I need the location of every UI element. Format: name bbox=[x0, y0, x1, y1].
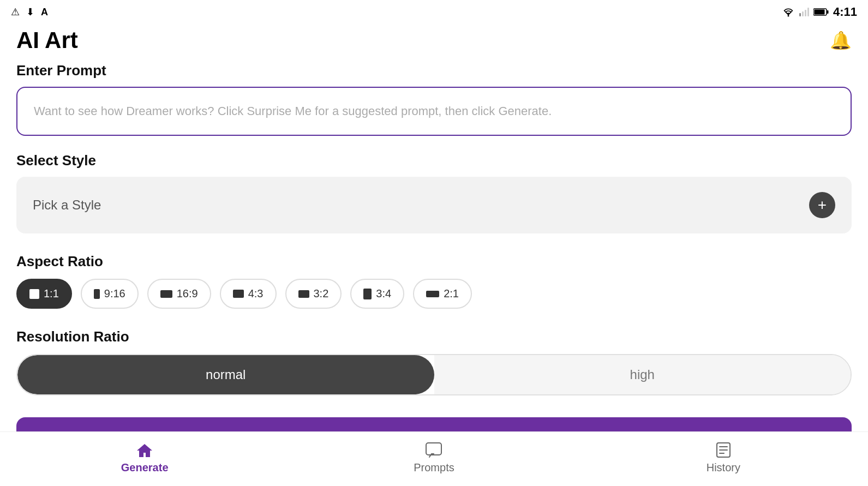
ratio-icon-1-1 bbox=[29, 289, 39, 299]
resolution-label: Resolution Ratio bbox=[16, 328, 852, 345]
signal-icon bbox=[799, 8, 809, 16]
svg-rect-13 bbox=[363, 289, 372, 299]
time-display: 4:11 bbox=[833, 5, 857, 19]
resolution-toggle: normal high bbox=[16, 354, 852, 395]
svg-rect-11 bbox=[233, 290, 244, 298]
ratio-icon-9-16 bbox=[94, 289, 100, 299]
style-label: Select Style bbox=[16, 152, 852, 169]
svg-rect-2 bbox=[802, 11, 804, 16]
prompt-label: Enter Prompt bbox=[16, 62, 852, 79]
nav-item-prompts[interactable]: Prompts bbox=[289, 442, 578, 474]
resolution-high-button[interactable]: high bbox=[434, 355, 851, 394]
ratio-btn-1-1[interactable]: 1:1 bbox=[16, 279, 72, 309]
battery-icon bbox=[813, 8, 829, 16]
nav-item-generate[interactable]: Generate bbox=[0, 442, 289, 474]
chat-icon bbox=[425, 442, 442, 458]
svg-rect-6 bbox=[814, 10, 824, 15]
app-header: AI Art 🔔 bbox=[0, 22, 868, 62]
app-title: AI Art bbox=[16, 27, 78, 53]
ratio-btn-9-16[interactable]: 9:16 bbox=[81, 279, 139, 309]
svg-rect-15 bbox=[426, 443, 441, 455]
prompt-input[interactable] bbox=[16, 87, 852, 136]
svg-rect-8 bbox=[29, 289, 39, 299]
resolution-normal-button[interactable]: normal bbox=[17, 355, 434, 394]
aspect-ratio-label: Aspect Ratio bbox=[16, 253, 852, 270]
ratio-icon-16-9 bbox=[160, 290, 172, 298]
svg-rect-9 bbox=[94, 289, 100, 299]
add-style-button[interactable]: + bbox=[809, 192, 835, 218]
style-picker[interactable]: Pick a Style + bbox=[16, 177, 852, 233]
notification-bell-icon[interactable]: 🔔 bbox=[830, 30, 852, 51]
svg-rect-1 bbox=[799, 13, 801, 16]
ratio-icon-4-3 bbox=[233, 290, 244, 298]
aspect-ratio-options: 1:1 9:16 16:9 4:3 3:2 3:4 bbox=[16, 279, 852, 309]
wifi-icon bbox=[782, 7, 795, 17]
nav-item-history[interactable]: History bbox=[579, 442, 868, 474]
ratio-btn-2-1[interactable]: 2:1 bbox=[413, 279, 472, 309]
status-bar-right: 4:11 bbox=[782, 5, 857, 19]
history-icon bbox=[716, 442, 731, 458]
status-bar: ⚠ ⬇ A 4:11 bbox=[0, 0, 868, 22]
ratio-btn-4-3[interactable]: 4:3 bbox=[220, 279, 277, 309]
svg-rect-12 bbox=[298, 290, 309, 298]
ratio-icon-3-2 bbox=[298, 290, 309, 298]
svg-rect-14 bbox=[426, 291, 439, 297]
home-icon bbox=[136, 442, 153, 458]
main-content: Enter Prompt Select Style Pick a Style +… bbox=[0, 62, 868, 486]
svg-rect-3 bbox=[805, 10, 806, 16]
aspect-ratio-section: Aspect Ratio 1:1 9:16 16:9 4:3 3:2 bbox=[16, 253, 852, 309]
font-icon: A bbox=[41, 7, 48, 18]
style-picker-placeholder: Pick a Style bbox=[33, 197, 101, 213]
ratio-btn-16-9[interactable]: 16:9 bbox=[147, 279, 211, 309]
nav-label-prompts: Prompts bbox=[414, 461, 454, 474]
svg-rect-4 bbox=[807, 8, 809, 16]
svg-point-0 bbox=[787, 15, 789, 17]
status-bar-left: ⚠ ⬇ A bbox=[11, 6, 48, 18]
ratio-btn-3-2[interactable]: 3:2 bbox=[285, 279, 342, 309]
alert-icon: ⚠ bbox=[11, 6, 20, 18]
download-icon: ⬇ bbox=[26, 6, 34, 18]
ratio-icon-2-1 bbox=[426, 291, 439, 297]
nav-label-history: History bbox=[707, 461, 740, 474]
svg-rect-10 bbox=[160, 290, 172, 298]
ratio-btn-3-4[interactable]: 3:4 bbox=[350, 279, 404, 309]
svg-rect-7 bbox=[827, 10, 828, 14]
bottom-nav: Generate Prompts History bbox=[0, 431, 868, 486]
nav-label-generate: Generate bbox=[121, 461, 169, 474]
resolution-section: Resolution Ratio normal high bbox=[16, 328, 852, 395]
ratio-icon-3-4 bbox=[363, 289, 372, 299]
